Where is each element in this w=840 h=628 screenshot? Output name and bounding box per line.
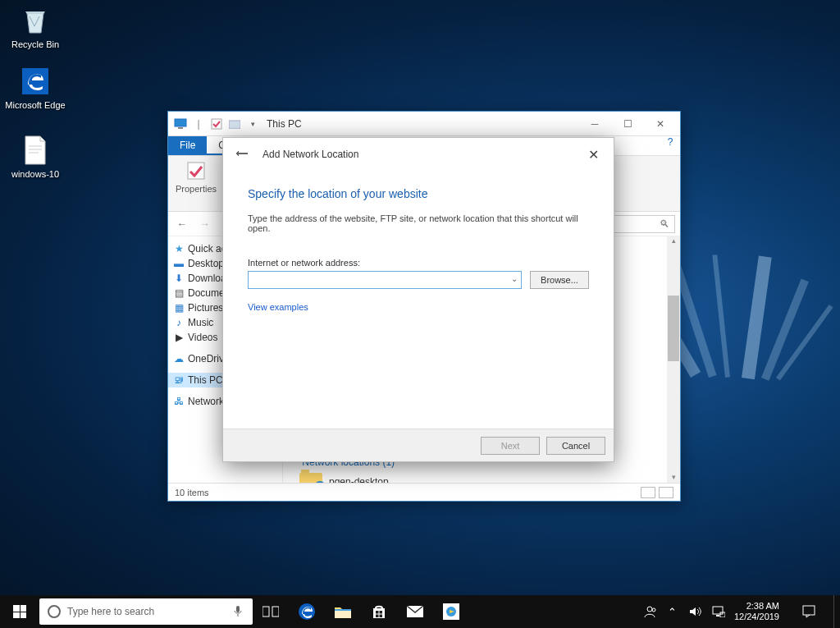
desktop-icon-label: windows-10: [5, 169, 66, 179]
network-icon[interactable]: [711, 604, 726, 619]
taskbar-mail-icon[interactable]: [397, 595, 433, 628]
taskbar: Type here to search ⌃ 2:38 AM 12/24/2019: [0, 595, 840, 628]
text-file-icon: [18, 133, 52, 167]
action-center-icon[interactable]: [792, 595, 825, 628]
show-desktop-button[interactable]: [833, 595, 838, 628]
taskbar-explorer-icon[interactable]: [325, 595, 361, 628]
window-title: This PC: [267, 118, 302, 130]
maximize-button[interactable]: ☐: [611, 112, 644, 135]
status-bar: 10 items: [168, 483, 680, 501]
task-view-button[interactable]: [253, 595, 289, 628]
svg-rect-7: [229, 121, 240, 129]
svg-rect-24: [713, 607, 723, 614]
music-icon: ♪: [173, 317, 185, 328]
tab-file[interactable]: File: [168, 136, 207, 155]
svg-rect-18: [380, 615, 383, 618]
navpane-item-label: Music: [188, 317, 213, 328]
desktop-icon-recycle-bin[interactable]: Recycle Bin: [5, 3, 66, 49]
forward-button[interactable]: →: [196, 215, 214, 233]
dialog-footer: Next Cancel: [223, 429, 614, 461]
cloud-icon: ☁: [173, 353, 185, 364]
taskbar-app-icon[interactable]: [433, 595, 469, 628]
svg-rect-8: [188, 163, 204, 179]
browse-button[interactable]: Browse...: [530, 271, 589, 289]
back-icon[interactable]: 🠔: [231, 144, 253, 165]
taskbar-clock[interactable]: 2:38 AM 12/24/2019: [734, 601, 784, 622]
svg-rect-13: [335, 610, 351, 618]
navpane-item-label: Pictures: [188, 302, 223, 314]
svg-rect-16: [380, 611, 383, 614]
people-icon[interactable]: [642, 604, 657, 619]
folder-icon: [299, 473, 322, 483]
ribbon-properties-button[interactable]: Properties: [175, 159, 217, 208]
svg-rect-9: [236, 606, 240, 612]
dialog-instruction: Type the address of the website, FTP sit…: [248, 213, 589, 233]
navpane-item-label: Videos: [188, 332, 217, 343]
desktop-icon-label: Microsoft Edge: [5, 100, 66, 110]
properties-icon: [185, 159, 208, 182]
cancel-button[interactable]: Cancel: [546, 437, 605, 455]
svg-rect-17: [376, 615, 379, 618]
desktop-icon-label: Recycle Bin: [5, 39, 66, 49]
dialog-heading: Specify the location of your website: [248, 187, 589, 200]
clock-date: 12/24/2019: [734, 612, 779, 622]
status-item-count: 10 items: [175, 488, 209, 497]
navpane-item-label: This PC: [188, 374, 223, 386]
taskbar-search[interactable]: Type here to search: [39, 598, 253, 625]
svg-rect-6: [212, 119, 221, 129]
chevron-down-icon[interactable]: ⌄: [511, 274, 518, 283]
wallpaper-rays: [676, 246, 824, 378]
close-icon[interactable]: ✕: [581, 144, 605, 165]
down-icon: ⬇: [173, 273, 185, 284]
svg-rect-25: [716, 615, 719, 617]
scrollbar[interactable]: ▴ ▾: [667, 236, 680, 483]
address-input[interactable]: ⌄: [248, 271, 522, 289]
next-button[interactable]: Next: [481, 437, 540, 455]
properties-qat-icon[interactable]: [209, 117, 224, 131]
quick-access-toolbar: | ▾: [173, 117, 260, 131]
close-button[interactable]: ✕: [644, 112, 677, 135]
taskbar-edge-icon[interactable]: [289, 595, 325, 628]
dialog-title: Add Network Location: [262, 149, 358, 160]
item-label: pgen-desktop: [329, 476, 389, 483]
dialog-titlebar[interactable]: 🠔 Add Network Location ✕: [223, 138, 614, 171]
scroll-up-icon[interactable]: ▴: [672, 236, 676, 246]
help-icon[interactable]: ?: [660, 136, 680, 155]
search-icon: 🔍︎: [660, 218, 669, 230]
navpane-item-label: Desktop: [188, 258, 224, 269]
volume-icon[interactable]: [688, 604, 703, 619]
view-large-icon[interactable]: [659, 487, 673, 498]
qat-divider: |: [191, 117, 206, 131]
taskbar-store-icon[interactable]: [361, 595, 397, 628]
add-network-location-dialog: 🠔 Add Network Location ✕ Specify the loc…: [222, 137, 614, 462]
clock-time: 2:38 AM: [734, 601, 779, 612]
start-button[interactable]: [0, 595, 39, 628]
folder-qat-icon[interactable]: [227, 117, 242, 131]
desktop-icon-edge[interactable]: Microsoft Edge: [5, 64, 66, 110]
network-location-item[interactable]: pgen-desktop: [283, 470, 680, 483]
svg-rect-27: [803, 606, 815, 615]
svg-rect-11: [272, 607, 279, 617]
desktop-icon-file[interactable]: windows-10: [5, 133, 66, 179]
svg-rect-0: [22, 68, 48, 94]
svg-rect-15: [376, 611, 379, 614]
qat-dropdown-icon[interactable]: ▾: [245, 117, 260, 131]
tray-overflow-icon[interactable]: ⌃: [665, 604, 680, 619]
windows-logo-icon: [13, 605, 26, 618]
svg-rect-10: [262, 607, 269, 617]
svg-point-23: [652, 608, 655, 612]
scroll-thumb[interactable]: [668, 296, 679, 361]
view-examples-link[interactable]: View examples: [248, 302, 308, 312]
minimize-button[interactable]: ─: [578, 112, 611, 135]
scroll-down-icon[interactable]: ▾: [672, 473, 676, 483]
navpane-item-label: Network: [188, 396, 224, 407]
back-button[interactable]: ←: [173, 215, 191, 233]
cortana-icon: [48, 605, 61, 618]
microphone-icon[interactable]: [233, 605, 244, 618]
pc-icon[interactable]: [173, 117, 188, 131]
svg-rect-14: [335, 609, 351, 611]
svg-point-22: [647, 607, 652, 612]
svg-rect-5: [178, 127, 183, 129]
titlebar[interactable]: | ▾ This PC ─ ☐ ✕: [168, 112, 680, 136]
view-details-icon[interactable]: [641, 487, 655, 498]
